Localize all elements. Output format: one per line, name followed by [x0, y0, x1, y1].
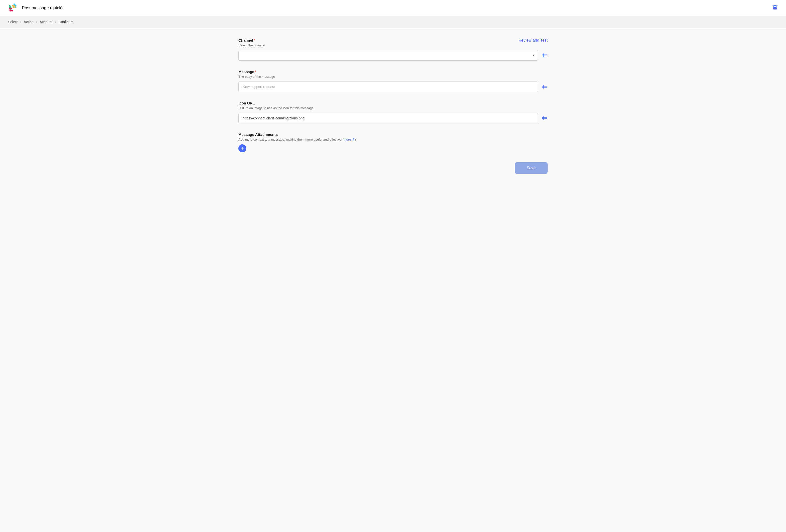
breadcrumb-action[interactable]: Action: [24, 20, 34, 24]
channel-label: Channel*: [238, 38, 548, 42]
message-section: Message* The body of the message: [238, 70, 548, 92]
icon-url-section: Icon URL URL to an image to use as the i…: [238, 101, 548, 123]
slack-logo-icon: [8, 3, 18, 13]
breadcrumb-chevron-3: ›: [55, 20, 56, 24]
message-description: The body of the message: [238, 75, 548, 78]
message-list-add-icon[interactable]: [541, 84, 548, 90]
header: Post message (quick): [0, 0, 786, 16]
more-link[interactable]: more: [344, 138, 355, 141]
message-input[interactable]: [238, 82, 538, 92]
svg-rect-15: [14, 5, 15, 6]
channel-list-add-icon[interactable]: [541, 52, 548, 59]
breadcrumb: Select › Action › Account › Configure: [0, 16, 786, 28]
message-label: Message*: [238, 70, 548, 74]
channel-section: Channel* Select the channel ▾: [238, 38, 548, 61]
svg-rect-9: [9, 5, 10, 6]
svg-rect-17: [12, 6, 14, 8]
breadcrumb-select[interactable]: Select: [8, 20, 18, 24]
attachments-description: Add more context to a message, making th…: [238, 138, 548, 141]
attachments-label: Message Attachments: [238, 132, 548, 137]
message-attachments-section: Message Attachments Add more context to …: [238, 132, 548, 152]
breadcrumb-chevron-1: ›: [20, 20, 21, 24]
svg-rect-14: [14, 3, 15, 5]
trash-icon[interactable]: [772, 4, 778, 12]
icon-url-list-add-icon[interactable]: [541, 115, 548, 121]
page-title: Post message (quick): [22, 5, 63, 10]
svg-rect-16: [10, 6, 12, 8]
header-left: Post message (quick): [8, 3, 63, 13]
svg-rect-6: [15, 4, 17, 6]
icon-url-input-row: [238, 113, 548, 123]
channel-select-container: ▾: [238, 50, 538, 61]
channel-description: Select the channel: [238, 43, 548, 47]
add-attachment-button[interactable]: +: [238, 144, 246, 152]
svg-rect-11: [9, 8, 10, 9]
save-row: Save: [238, 162, 548, 174]
breadcrumb-account[interactable]: Account: [40, 20, 52, 24]
svg-rect-7: [15, 6, 17, 8]
icon-url-description: URL to an image to use as the icon for t…: [238, 106, 548, 110]
message-required-star: *: [255, 70, 256, 74]
channel-input-row: ▾: [238, 50, 548, 61]
channel-select[interactable]: [238, 50, 538, 61]
review-and-test-link[interactable]: Review and Test: [518, 38, 548, 43]
svg-rect-12: [12, 5, 14, 6]
breadcrumb-configure[interactable]: Configure: [59, 20, 74, 24]
icon-url-input[interactable]: [238, 113, 538, 123]
svg-rect-10: [10, 8, 12, 9]
channel-required-star: *: [254, 38, 255, 42]
svg-rect-2: [11, 10, 13, 11]
breadcrumb-chevron-2: ›: [36, 20, 38, 24]
main-content: Review and Test Channel* Select the chan…: [228, 28, 558, 189]
save-button[interactable]: Save: [515, 162, 548, 174]
message-input-row: [238, 82, 548, 92]
svg-rect-8: [9, 6, 10, 8]
svg-line-30: [353, 139, 354, 140]
icon-url-label: Icon URL: [238, 101, 548, 105]
svg-rect-3: [9, 10, 11, 11]
